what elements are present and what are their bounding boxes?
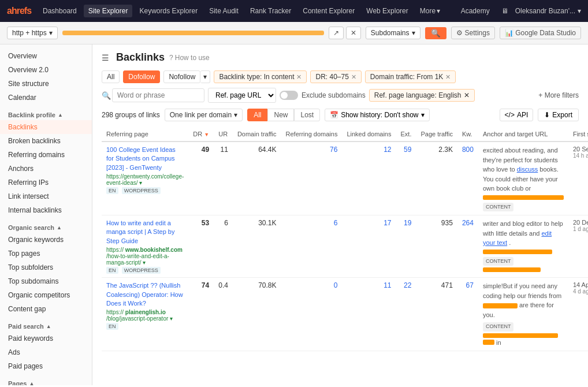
filter-dofollow-button[interactable]: Dofollow [123,70,160,83]
google-data-studio-button[interactable]: 📊 Google Data Studio [500,27,581,39]
kw-cell-3[interactable]: 67 [457,278,478,351]
anchor-link-1[interactable]: discuss [517,166,538,173]
ext-cell-2[interactable]: 19 [396,215,416,278]
hamburger-icon[interactable]: ☰ [102,53,109,62]
sidebar-item-referring-ips[interactable]: Referring IPs [0,176,92,189]
ref-page-link-1[interactable]: 100 College Event Ideas for Students on … [106,146,184,172]
col-kw[interactable]: Kw. [457,127,478,142]
help-link[interactable]: ? How to use [169,54,210,62]
col-domain-traffic[interactable]: Domain traffic [233,127,281,142]
remove-domain-traffic-button[interactable]: ✕ [445,73,451,81]
linked-domains-cell-3[interactable]: 11 [342,278,396,351]
section-arrow-icon: ▲ [57,225,62,230]
sidebar-item-organic-competitors[interactable]: Organic competitors [0,288,92,302]
tag-wordpress: WORDPRESS [122,187,161,194]
sidebar-item-paid-pages[interactable]: Paid pages [0,359,92,373]
ref-page-link-2[interactable]: How to write and edit a manga script | A… [106,219,184,245]
col-anchor-target[interactable]: Anchor and target URL [478,127,568,142]
sidebar-item-overview-20[interactable]: Overview 2.0 [0,63,92,77]
sidebar-item-top-subfolders[interactable]: Top subfolders [0,261,92,274]
remove-backlink-type-button[interactable]: ✕ [296,73,302,81]
nav-keywords-explorer[interactable]: Keywords Explorer [135,5,202,17]
user-menu[interactable]: Oleksandr Buzan'... ▾ [515,7,581,15]
link-per-domain-selector[interactable]: One link per domain ▾ [165,109,243,121]
tab-lost[interactable]: Lost [294,109,320,121]
ref-page-link-3[interactable]: The JavaScript ?? (Nullish Coalescing) O… [106,281,184,308]
remove-dr-range-button[interactable]: ✕ [351,73,356,81]
nav-dashboard[interactable]: Dashboard [38,5,81,17]
col-referring-page[interactable]: Referring page [102,127,188,142]
nav-more[interactable]: More ▾ [415,5,445,17]
sidebar-item-overview[interactable]: Overview [0,49,92,63]
kw-cell-1[interactable]: 800 [457,142,478,215]
sidebar-item-broken-backlinks[interactable]: Broken backlinks [0,134,92,148]
nav-academy[interactable]: Academy [456,5,494,17]
col-referring-domains[interactable]: Referring domains [281,127,343,142]
col-ur[interactable]: UR [214,127,233,142]
sidebar-item-link-intersect[interactable]: Link intersect [0,189,92,203]
export-button[interactable]: ⬇ Export [538,109,579,121]
ref-domains-cell-2[interactable]: 6 [281,215,343,278]
table-row: 100 College Event Ideas for Students on … [102,142,588,215]
kw-cell-2[interactable]: 264 [457,215,478,278]
dropdown-icon[interactable]: ▾ [139,180,142,186]
ref-page-url-select[interactable]: Ref. page URL [208,88,276,103]
api-button[interactable]: </> API [500,109,534,121]
section-arrow-icon: ▲ [58,112,63,118]
sidebar-item-internal-backlinks[interactable]: Internal backlinks [0,203,92,217]
open-url-button[interactable]: ↗ [329,27,344,39]
sidebar-item-top-subdomains[interactable]: Top subdomains [0,274,92,288]
col-dr[interactable]: DR ▼ [188,127,214,142]
search-button[interactable]: 🔍 [425,27,446,39]
sidebar-item-content-gap[interactable]: Content gap [0,302,92,316]
nofollow-dropdown-button[interactable]: ▾ [200,70,210,83]
close-url-button[interactable]: ✕ [346,27,361,39]
sidebar-item-top-pages[interactable]: Top pages [0,247,92,261]
sidebar-item-anchors[interactable]: Anchors [0,162,92,176]
sidebar-item-ads[interactable]: Ads [0,345,92,359]
subdomain-selector[interactable]: Subdomains ▾ [366,27,420,39]
linked-domains-cell-1[interactable]: 12 [342,142,396,215]
gds-icon: 📊 [505,29,513,37]
word-phrase-search[interactable] [112,88,204,102]
exclude-subdomains-toggle[interactable] [280,91,298,100]
ext-cell-1[interactable]: 59 [396,142,416,215]
chevron-down-icon: ▾ [49,29,53,37]
tab-new[interactable]: New [267,109,294,121]
tab-all[interactable]: All [247,109,267,121]
settings-button[interactable]: ⚙ Settings [451,27,495,39]
ref-domains-cell-3[interactable]: 0 [281,278,343,351]
sidebar-item-organic-keywords[interactable]: Organic keywords [0,233,92,247]
nav-rank-tracker[interactable]: Rank Tracker [245,5,296,17]
nav-site-audit[interactable]: Site Audit [204,5,243,17]
main-layout: Overview Overview 2.0 Site structure Cal… [0,44,588,385]
tag-en: EN [106,323,118,330]
page-traffic-cell-1: 2.3K [416,142,457,215]
dropdown-icon[interactable]: ▾ [143,259,146,266]
nav-content-explorer[interactable]: Content Explorer [298,5,359,17]
sidebar-item-referring-domains[interactable]: Referring domains [0,148,92,162]
col-linked-domains[interactable]: Linked domains [342,127,396,142]
dropdown-icon[interactable]: ▾ [170,315,173,322]
filter-nofollow-button[interactable]: Nofollow [163,70,200,83]
nav-web-explorer[interactable]: Web Explorer [362,5,412,17]
linked-domains-cell-2[interactable]: 17 [342,215,396,278]
dates-cell-2: 20 Dec 2021 1 d ago [568,215,588,278]
sidebar-item-paid-keywords[interactable]: Paid keywords [0,332,92,345]
remove-language-filter-button[interactable]: ✕ [464,91,470,99]
sidebar-item-site-structure[interactable]: Site structure [0,77,92,91]
col-page-traffic[interactable]: Page traffic [416,127,457,142]
page-traffic-cell-2: 935 [416,215,457,278]
sidebar: Overview Overview 2.0 Site structure Cal… [0,44,92,385]
ext-cell-3[interactable]: 22 [396,278,416,351]
protocol-selector[interactable]: http + https ▾ [7,27,58,39]
col-ext[interactable]: Ext. [396,127,416,142]
sidebar-item-backlinks[interactable]: Backlinks [0,120,92,134]
sidebar-item-calendar[interactable]: Calendar [0,91,92,105]
show-history-button[interactable]: 📅 Show history: Don't show ▾ [325,109,429,121]
ref-domains-cell-1[interactable]: 76 [281,142,343,215]
col-dates[interactable]: First seen Last seen [568,127,588,142]
more-filters-button[interactable]: + More filters [538,91,579,99]
filter-all-button[interactable]: All [102,70,120,83]
nav-site-explorer[interactable]: Site Explorer [84,5,133,17]
